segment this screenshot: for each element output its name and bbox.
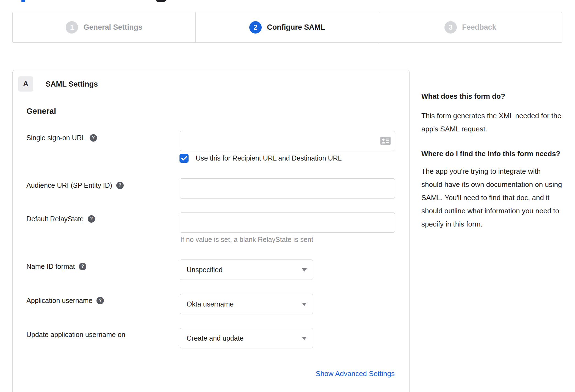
- step-general-settings[interactable]: 1 General Settings: [13, 12, 195, 42]
- help-icon[interactable]: ?: [96, 297, 104, 304]
- step-label: Feedback: [462, 23, 496, 32]
- relay-state-label: Default RelayState: [26, 215, 84, 223]
- relay-state-input[interactable]: [180, 212, 395, 233]
- sidebar-body-what: This form generates the XML needed for t…: [421, 109, 563, 136]
- application-username-label-row: Application username ?: [26, 296, 104, 305]
- recipient-url-checkbox[interactable]: [179, 154, 189, 163]
- sso-url-input-wrap: [180, 131, 395, 151]
- wizard-stepper: 1 General Settings 2 Configure SAML 3 Fe…: [12, 12, 562, 43]
- section-title: SAML Settings: [46, 80, 98, 89]
- update-username-select[interactable]: Create and update: [180, 328, 313, 348]
- name-id-format-label-row: Name ID format ?: [26, 262, 86, 271]
- show-advanced-settings-link[interactable]: Show Advanced Settings: [316, 369, 395, 378]
- update-username-label-row: Update application username on: [26, 330, 125, 339]
- update-username-value: Create and update: [187, 334, 244, 342]
- section-a-badge: A: [18, 76, 33, 92]
- sidebar-body-where: The app you're trying to integrate with …: [421, 165, 563, 231]
- audience-uri-label-row: Audience URI (SP Entity ID) ?: [26, 181, 124, 190]
- chevron-down-icon: [302, 268, 307, 272]
- sidebar-heading-what: What does this form do?: [421, 91, 563, 102]
- help-icon[interactable]: ?: [90, 134, 97, 142]
- sidebar-heading-where: Where do I find the info this form needs…: [421, 148, 563, 159]
- clipped-blue-fragment: [21, 0, 25, 2]
- chevron-down-icon: [302, 303, 307, 306]
- step-number-badge: 2: [249, 21, 262, 34]
- step-number-badge: 1: [66, 21, 78, 34]
- chevron-down-icon: [302, 337, 307, 340]
- step-configure-saml[interactable]: 2 Configure SAML: [195, 12, 378, 42]
- step-feedback[interactable]: 3 Feedback: [379, 12, 562, 42]
- clipped-dark-fragment: [156, 0, 166, 2]
- help-icon[interactable]: ?: [88, 215, 95, 223]
- name-id-format-select[interactable]: Unspecified: [180, 260, 313, 280]
- configure-saml-page: 1 General Settings 2 Configure SAML 3 Fe…: [0, 0, 575, 392]
- relay-state-label-row: Default RelayState ?: [26, 214, 95, 223]
- help-icon[interactable]: ?: [79, 263, 86, 270]
- update-username-label: Update application username on: [26, 331, 125, 339]
- application-username-value: Okta username: [187, 300, 234, 308]
- application-username-select[interactable]: Okta username: [180, 294, 313, 314]
- checkmark-icon: [181, 156, 187, 161]
- application-username-label: Application username: [26, 297, 92, 305]
- sso-url-label-row: Single sign-on URL ?: [26, 133, 97, 142]
- step-label: General Settings: [83, 23, 142, 32]
- contact-card-icon[interactable]: [380, 137, 391, 145]
- step-label: Configure SAML: [267, 23, 325, 32]
- sso-url-label: Single sign-on URL: [26, 134, 85, 142]
- audience-uri-input[interactable]: [180, 178, 395, 198]
- sso-url-input[interactable]: [180, 131, 395, 151]
- audience-uri-label: Audience URI (SP Entity ID): [26, 181, 112, 189]
- general-heading: General: [26, 107, 56, 116]
- step-number-badge: 3: [444, 21, 457, 34]
- sidebar-section-what: What does this form do? This form genera…: [421, 91, 563, 136]
- saml-settings-card: A SAML Settings General Single sign-on U…: [12, 70, 410, 392]
- sidebar-section-where: Where do I find the info this form needs…: [421, 148, 563, 231]
- help-sidebar: What does this form do? This form genera…: [421, 91, 563, 231]
- help-icon[interactable]: ?: [116, 182, 124, 189]
- relay-state-hint: If no value is set, a blank RelayState i…: [180, 236, 313, 244]
- name-id-format-label: Name ID format: [26, 263, 75, 270]
- name-id-format-value: Unspecified: [187, 266, 223, 274]
- recipient-url-checkbox-label: Use this for Recipient URL and Destinati…: [196, 154, 342, 163]
